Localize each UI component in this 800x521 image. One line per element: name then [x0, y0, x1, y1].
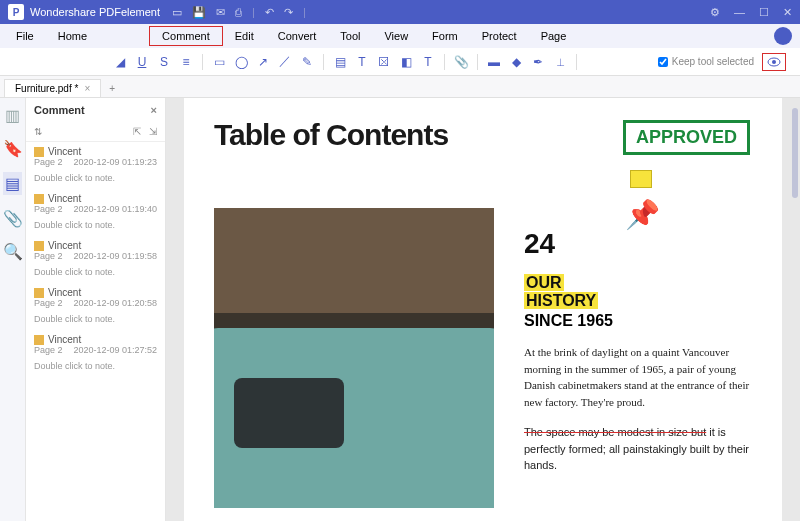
comment-note: Double click to note.	[26, 171, 165, 189]
menu-file[interactable]: File	[4, 27, 46, 45]
tab-close-icon[interactable]: ×	[84, 83, 90, 94]
sort-icon[interactable]: ⇅	[34, 126, 42, 137]
attachment-icon[interactable]: 📎	[451, 52, 471, 72]
sidebar-title: Comment	[34, 104, 85, 116]
comment-page: Page 2	[34, 251, 63, 261]
menu-protect[interactable]: Protect	[470, 27, 529, 45]
thumbnails-icon[interactable]: ▥	[5, 106, 20, 125]
document-tab[interactable]: Furniture.pdf * ×	[4, 79, 101, 97]
menu-edit[interactable]: Edit	[223, 27, 266, 45]
menu-page[interactable]: Page	[529, 27, 579, 45]
maximize-icon[interactable]: ☐	[759, 6, 769, 19]
left-rail: ▥ 🔖 ▤ 📎 🔍	[0, 98, 26, 521]
comment-user: Vincent	[48, 193, 81, 204]
body-text: At the brink of daylight on a quaint Van…	[524, 344, 750, 410]
user-avatar[interactable]	[774, 27, 792, 45]
comment-time: 2020-12-09 01:19:23	[73, 157, 157, 167]
strikeout-icon[interactable]: S	[154, 52, 174, 72]
comments-panel-icon[interactable]: ▤	[3, 172, 22, 195]
comment-type-icon	[34, 241, 44, 251]
page: Table of Contents APPROVED 📌 24 OUR HIST…	[184, 98, 782, 521]
comment-time: 2020-12-09 01:19:40	[73, 204, 157, 214]
oval-icon[interactable]: ◯	[231, 52, 251, 72]
close-icon[interactable]: ✕	[783, 6, 792, 19]
sticky-note-icon[interactable]	[630, 170, 652, 188]
arrow-icon[interactable]: ↗	[253, 52, 273, 72]
comment-time: 2020-12-09 01:19:58	[73, 251, 157, 261]
scrollbar[interactable]	[792, 108, 798, 198]
comment-user: Vincent	[48, 146, 81, 157]
menu-view[interactable]: View	[372, 27, 420, 45]
menu-home[interactable]: Home	[46, 27, 99, 45]
subtitle: SINCE 1965	[524, 312, 750, 330]
tab-label: Furniture.pdf *	[15, 83, 78, 94]
comment-user: Vincent	[48, 334, 81, 345]
comment-entry[interactable]: Vincent Page 22020-12-09 01:19:40	[26, 189, 165, 218]
comment-entry[interactable]: Vincent Page 22020-12-09 01:19:58	[26, 236, 165, 265]
menu-comment[interactable]: Comment	[149, 26, 223, 46]
keep-tool-checkbox[interactable]: Keep tool selected	[658, 56, 754, 67]
stamp-icon[interactable]: ▬	[484, 52, 504, 72]
comment-note: Double click to note.	[26, 312, 165, 330]
comment-page: Page 2	[34, 345, 63, 355]
comment-user: Vincent	[48, 287, 81, 298]
typewriter-icon[interactable]: T	[418, 52, 438, 72]
menu-convert[interactable]: Convert	[266, 27, 329, 45]
expand-icon[interactable]: ⇱	[133, 126, 141, 137]
bookmarks-icon[interactable]: 🔖	[3, 139, 23, 158]
comment-type-icon	[34, 288, 44, 298]
document-tabs: Furniture.pdf * × +	[0, 76, 800, 98]
pushpin-icon[interactable]: 📌	[625, 198, 660, 231]
highlighted-text[interactable]: HISTORY	[524, 292, 598, 309]
callout-icon[interactable]: ⮽	[374, 52, 394, 72]
comment-user: Vincent	[48, 240, 81, 251]
area-highlight-icon[interactable]: ◧	[396, 52, 416, 72]
highlighted-text[interactable]: OUR	[524, 274, 564, 291]
undo-icon[interactable]: ↶	[265, 6, 274, 19]
comment-entry[interactable]: Vincent Page 22020-12-09 01:27:52	[26, 330, 165, 359]
textbox-icon[interactable]: T	[352, 52, 372, 72]
comment-type-icon	[34, 147, 44, 157]
menubar: File Home Comment Edit Convert Tool View…	[0, 24, 800, 48]
rect-icon[interactable]: ▭	[209, 52, 229, 72]
caret-icon[interactable]: ≡	[176, 52, 196, 72]
signature-icon[interactable]: ✒	[528, 52, 548, 72]
pencil-icon[interactable]: ✎	[297, 52, 317, 72]
app-title: Wondershare PDFelement	[30, 6, 160, 18]
settings-icon[interactable]: ⚙	[710, 6, 720, 19]
open-icon[interactable]: ▭	[172, 6, 182, 19]
comment-toolbar: ◢ U S ≡ ▭ ◯ ↗ ／ ✎ ▤ T ⮽ ◧ T 📎 ▬ ◆ ✒ ⟂ Ke…	[0, 48, 800, 76]
search-icon[interactable]: 🔍	[3, 242, 23, 261]
document-canvas[interactable]: Table of Contents APPROVED 📌 24 OUR HIST…	[166, 98, 800, 521]
hide-annotations-button[interactable]	[762, 53, 786, 71]
highlight-icon[interactable]: ◢	[110, 52, 130, 72]
new-tab-button[interactable]: +	[101, 80, 123, 97]
app-logo: P	[8, 4, 24, 20]
attachments-panel-icon[interactable]: 📎	[3, 209, 23, 228]
approved-stamp[interactable]: APPROVED	[623, 120, 750, 155]
menu-form[interactable]: Form	[420, 27, 470, 45]
underline-icon[interactable]: U	[132, 52, 152, 72]
comment-time: 2020-12-09 01:20:58	[73, 298, 157, 308]
comment-note: Double click to note.	[26, 359, 165, 377]
eraser-icon[interactable]: ◆	[506, 52, 526, 72]
comment-note: Double click to note.	[26, 265, 165, 283]
note-icon[interactable]: ▤	[330, 52, 350, 72]
comment-entry[interactable]: Vincent Page 22020-12-09 01:20:58	[26, 283, 165, 312]
strikeout-text[interactable]: The space may be modest in size but	[524, 426, 706, 438]
redo-icon[interactable]: ↷	[284, 6, 293, 19]
mail-icon[interactable]: ✉	[216, 6, 225, 19]
measure-icon[interactable]: ⟂	[550, 52, 570, 72]
page-number: 24	[524, 228, 750, 260]
menu-tool[interactable]: Tool	[328, 27, 372, 45]
minimize-icon[interactable]: —	[734, 6, 745, 19]
content-image	[214, 208, 494, 508]
line-icon[interactable]: ／	[275, 52, 295, 72]
sidebar-close-icon[interactable]: ×	[151, 104, 157, 116]
collapse-icon[interactable]: ⇲	[149, 126, 157, 137]
print-icon[interactable]: ⎙	[235, 6, 242, 19]
comment-type-icon	[34, 335, 44, 345]
save-icon[interactable]: 💾	[192, 6, 206, 19]
comment-page: Page 2	[34, 157, 63, 167]
comment-entry[interactable]: Vincent Page 22020-12-09 01:19:23	[26, 142, 165, 171]
